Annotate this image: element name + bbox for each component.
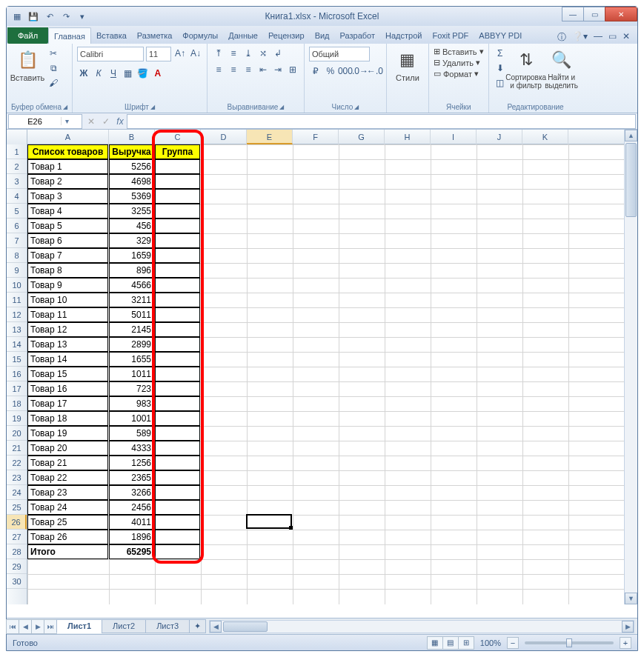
ribbon-tab[interactable]: Рецензир [263,27,310,44]
underline-icon[interactable]: Ч [107,67,120,80]
cell[interactable]: 3255 [109,204,154,219]
clipboard-launcher-icon[interactable]: ◢ [63,104,67,110]
cell[interactable]: Товар 8 [27,263,108,278]
cell[interactable]: 65295 [109,544,154,559]
cell[interactable]: Товар 19 [27,426,108,441]
row-header[interactable]: 20 [7,426,27,441]
cell[interactable]: 1655 [109,352,154,367]
row-header[interactable]: 25 [7,500,27,515]
font-color-icon[interactable]: А [151,67,165,80]
cell[interactable] [155,396,200,411]
page-layout-view-icon[interactable]: ▤ [442,636,459,650]
cell[interactable]: Товар 9 [27,278,108,293]
delete-cells-button[interactable]: ⊟Удалить ▾ [434,58,480,67]
cell[interactable]: 2899 [109,337,154,352]
bold-icon[interactable]: Ж [77,67,90,80]
cell[interactable]: 723 [109,381,154,396]
zoom-slider[interactable] [525,641,614,644]
horizontal-scrollbar[interactable]: ◀ ▶ [209,620,634,633]
cut-icon[interactable]: ✂ [47,47,60,60]
cell[interactable]: 4566 [109,278,154,293]
cell[interactable]: 1011 [109,367,154,381]
cell[interactable]: Список товаров [27,144,108,159]
decrease-indent-icon[interactable]: ⇤ [256,63,270,76]
sheet-nav-prev-icon[interactable]: ◀ [19,619,32,634]
cell[interactable]: 896 [109,263,154,278]
insert-cells-button[interactable]: ⊞Вставить ▾ [434,47,484,56]
cell[interactable] [155,411,200,426]
align-bottom-icon[interactable]: ⤓ [242,47,255,60]
cell[interactable]: Товар 21 [27,456,108,470]
format-painter-icon[interactable]: 🖌 [47,76,60,90]
italic-icon[interactable]: К [92,67,105,80]
row-header[interactable]: 24 [7,485,27,500]
zoom-out-icon[interactable]: − [507,637,519,649]
doc-minimize-icon[interactable]: — [594,31,602,44]
cell[interactable]: 1896 [109,530,154,544]
vertical-scrollbar[interactable]: ▲ ▼ [624,130,637,604]
enter-formula-icon[interactable]: ✓ [99,116,113,127]
cell[interactable]: Товар 22 [27,470,108,485]
cell[interactable]: Товар 11 [27,307,108,322]
cell[interactable]: 5369 [109,189,154,204]
cell[interactable] [155,278,200,293]
cell[interactable]: 1256 [109,456,154,470]
qat-customize-icon[interactable]: ▾ [76,10,88,22]
autosum-icon[interactable]: Σ [494,47,507,60]
hscroll-thumb[interactable] [223,621,268,632]
formula-input[interactable] [127,114,636,129]
cell[interactable] [155,544,200,559]
column-header[interactable]: J [477,130,522,144]
number-format-combo[interactable]: Общий [309,47,370,61]
sheet-tab[interactable]: Лист1 [56,619,102,633]
ribbon-minimize-icon[interactable]: ⓘ [557,31,566,44]
column-header[interactable]: E [247,130,293,144]
ribbon-tab[interactable]: Вид [310,27,335,44]
cell[interactable] [155,515,200,530]
row-header[interactable]: 8 [7,248,27,263]
cell[interactable] [155,381,200,396]
help-icon[interactable]: ❔▾ [572,31,588,44]
cell[interactable]: Товар 13 [27,337,108,352]
name-box[interactable]: ▾ [8,114,82,129]
cell[interactable]: Группа [155,144,200,159]
vscroll-thumb[interactable] [625,143,637,217]
styles-button[interactable]: ▦ Стили [391,47,424,84]
find-select-button[interactable]: 🔍 Найти и выделить [545,47,578,91]
cell[interactable]: Товар 18 [27,411,108,426]
redo-icon[interactable]: ↷ [60,10,72,22]
cell[interactable] [155,293,200,307]
decrease-decimal-icon[interactable]: ←.0 [368,64,382,78]
row-header[interactable]: 10 [7,278,27,293]
cell[interactable] [155,456,200,470]
fx-icon[interactable]: fx [113,116,127,127]
cell[interactable]: 5011 [109,307,154,322]
cell[interactable] [155,441,200,456]
cell[interactable]: 2456 [109,500,154,515]
row-header[interactable]: 2 [7,159,27,174]
cell[interactable]: Товар 17 [27,396,108,411]
cell[interactable] [155,174,200,189]
row-header[interactable]: 29 [7,559,27,574]
cell[interactable] [155,322,200,337]
cell[interactable]: Товар 16 [27,381,108,396]
cell[interactable] [155,530,200,544]
cell[interactable] [155,367,200,381]
row-header[interactable]: 3 [7,174,27,189]
name-box-input[interactable] [9,117,61,126]
name-box-dropdown-icon[interactable]: ▾ [61,117,73,125]
row-header[interactable]: 16 [7,367,27,381]
ribbon-tab[interactable]: Формулы [177,27,223,44]
close-button[interactable]: ✕ [605,7,637,21]
sort-filter-button[interactable]: ⇅ Сортировка и фильтр [510,47,542,91]
row-header[interactable]: 7 [7,233,27,248]
row-header[interactable]: 9 [7,263,27,278]
scroll-left-icon[interactable]: ◀ [210,621,222,633]
doc-restore-icon[interactable]: ▭ [608,31,617,44]
cell[interactable]: Товар 6 [27,233,108,248]
cell[interactable]: Товар 10 [27,293,108,307]
cell[interactable]: 4011 [109,515,154,530]
font-launcher-icon[interactable]: ◢ [150,104,155,110]
cell[interactable]: Товар 4 [27,204,108,219]
cell[interactable]: Товар 20 [27,441,108,456]
